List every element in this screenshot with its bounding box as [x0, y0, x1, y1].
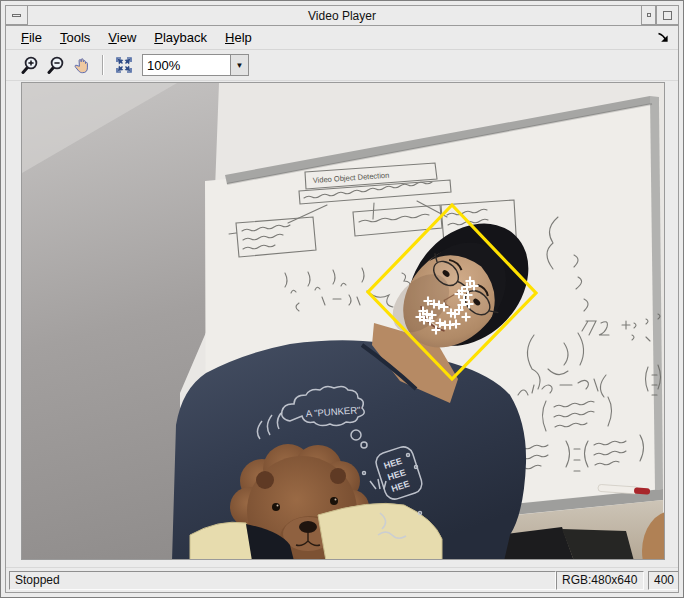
status-bar: Stopped RGB:480x640 400: [6, 567, 678, 592]
video-row: Video Object Detection: [6, 81, 678, 567]
zoom-in-icon: [21, 56, 39, 74]
menu-playback[interactable]: Playback: [145, 28, 216, 47]
dock-arrow-icon[interactable]: [657, 31, 669, 43]
magnification-combo: ▼: [142, 54, 249, 76]
window-inner-frame: Video Player File Tools View Playback He…: [5, 5, 679, 593]
video-frame-image: Video Object Detection: [22, 83, 664, 560]
frame-count: 400: [648, 571, 679, 590]
restore-button[interactable]: [641, 6, 656, 25]
zoom-out-button[interactable]: [44, 53, 68, 77]
pan-tool-button[interactable]: [70, 53, 94, 77]
video-display[interactable]: Video Object Detection: [21, 82, 665, 560]
maximize-button[interactable]: [656, 6, 678, 25]
zoom-in-button[interactable]: [18, 53, 42, 77]
magnification-dropdown-button[interactable]: ▼: [230, 54, 249, 76]
status-message: Stopped: [9, 571, 556, 590]
menu-tools[interactable]: Tools: [51, 28, 99, 47]
magnification-input[interactable]: [142, 54, 230, 76]
title-bar[interactable]: Video Player: [6, 6, 678, 26]
window-title: Video Player: [6, 6, 678, 25]
fit-to-window-icon: [115, 56, 133, 74]
minimize-icon: [12, 14, 21, 17]
toolbar-separator: [102, 55, 104, 75]
maximize-icon: [663, 11, 672, 20]
pan-hand-icon: [73, 56, 91, 74]
dark-object-2: [562, 529, 634, 560]
menu-bar: File Tools View Playback Help: [6, 26, 678, 50]
menu-help[interactable]: Help: [216, 28, 261, 47]
minimize-button[interactable]: [6, 6, 28, 25]
restore-icon: [647, 13, 651, 17]
menu-view[interactable]: View: [99, 28, 145, 47]
zoom-out-icon: [47, 56, 65, 74]
menu-file[interactable]: File: [12, 28, 51, 47]
video-player-window: Video Player File Tools View Playback He…: [0, 0, 684, 598]
fit-to-window-button[interactable]: [112, 53, 136, 77]
pixel-info: RGB:480x640: [556, 571, 644, 590]
toolbar: ▼: [6, 50, 678, 81]
